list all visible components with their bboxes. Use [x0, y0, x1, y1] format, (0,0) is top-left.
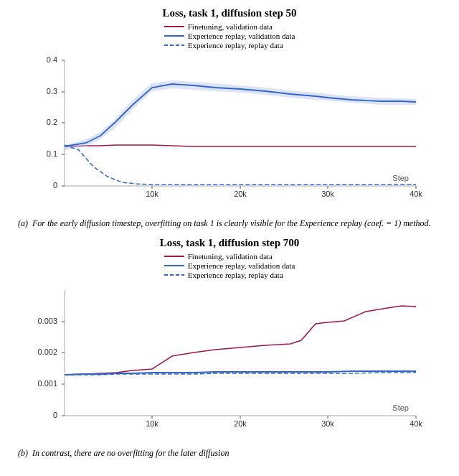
legend-label-2: Experience replay, validation data	[188, 32, 295, 40]
legend-item-2: Experience replay, validation data	[164, 32, 295, 40]
legend-line-1-icon	[164, 24, 184, 29]
chart1-svg: 0 0.1 0.2 0.3 0.4 10k 20k 30k	[29, 53, 430, 211]
svg-text:0.1: 0.1	[47, 149, 57, 158]
chart2-container: Loss, task 1, diffusion step 700 Finetun…	[14, 237, 445, 441]
svg-text:Step: Step	[392, 174, 409, 182]
chart1-replay-validation-line	[65, 84, 416, 146]
svg-text:40k: 40k	[410, 190, 422, 198]
svg-text:10k: 10k	[146, 190, 158, 198]
legend-item-1: Finetuning, validation data	[164, 22, 273, 31]
chart1-legend: Finetuning, validation data Experience r…	[164, 22, 295, 50]
legend-line-3-icon	[164, 42, 184, 48]
chart2-caption: (b) In contrast, there are no overfittin…	[14, 447, 445, 459]
chart2-finetuning-line	[65, 306, 416, 375]
legend-item-3: Experience replay, replay data	[164, 41, 283, 50]
legend-label-3: Experience replay, replay data	[188, 41, 283, 50]
chart2-legend: Finetuning, validation data Experience r…	[164, 252, 295, 280]
svg-text:0.001: 0.001	[37, 379, 57, 388]
legend-line-2-icon	[164, 33, 184, 39]
svg-text:20k: 20k	[234, 419, 247, 428]
legend2-item-2: Experience replay, validation data	[164, 261, 295, 270]
chart2-svg: 0 0.001 0.002 0.003 10k 20k 30k 40k Step	[29, 283, 430, 441]
legend-label-1: Finetuning, validation data	[188, 22, 273, 31]
legend2-line-2-icon	[164, 263, 184, 269]
svg-text:30k: 30k	[321, 190, 334, 198]
chart1-replay-band	[65, 80, 416, 150]
legend2-label-2: Experience replay, validation data	[188, 261, 295, 270]
chart1-replay-data-line	[65, 145, 416, 185]
svg-text:0: 0	[53, 181, 57, 190]
svg-text:0.002: 0.002	[37, 347, 57, 356]
svg-text:0.4: 0.4	[47, 55, 57, 64]
chart2-svg-wrapper: 0 0.001 0.002 0.003 10k 20k 30k 40k Step	[29, 283, 430, 441]
svg-text:20k: 20k	[234, 190, 247, 198]
svg-text:Step: Step	[392, 403, 409, 412]
chart1-caption-text: (a) For the early diffusion timestep, ov…	[18, 218, 431, 228]
chart1-container: Loss, task 1, diffusion step 50 Finetuni…	[14, 7, 445, 211]
svg-text:0.2: 0.2	[47, 118, 57, 126]
svg-text:10k: 10k	[146, 419, 158, 428]
svg-text:0.3: 0.3	[47, 87, 57, 95]
svg-text:0.003: 0.003	[37, 317, 57, 325]
chart2-title: Loss, task 1, diffusion step 700	[160, 237, 300, 249]
svg-text:30k: 30k	[321, 419, 334, 428]
legend2-line-3-icon	[164, 272, 184, 278]
legend2-label-1: Finetuning, validation data	[188, 252, 273, 261]
chart2-caption-text: (b) In contrast, there are no overfittin…	[18, 448, 229, 458]
svg-text:0: 0	[53, 411, 57, 419]
legend2-line-1-icon	[164, 253, 184, 259]
legend2-item-1: Finetuning, validation data	[164, 252, 273, 261]
legend2-item-3: Experience replay, replay data	[164, 271, 283, 279]
svg-text:40k: 40k	[410, 419, 422, 428]
chart1-svg-wrapper: 0 0.1 0.2 0.3 0.4 10k 20k 30k	[29, 53, 430, 211]
chart1-title: Loss, task 1, diffusion step 50	[162, 7, 296, 19]
legend2-label-3: Experience replay, replay data	[188, 271, 283, 279]
chart1-finetuning-line	[65, 145, 416, 146]
chart1-caption: (a) For the early diffusion timestep, ov…	[14, 217, 445, 230]
